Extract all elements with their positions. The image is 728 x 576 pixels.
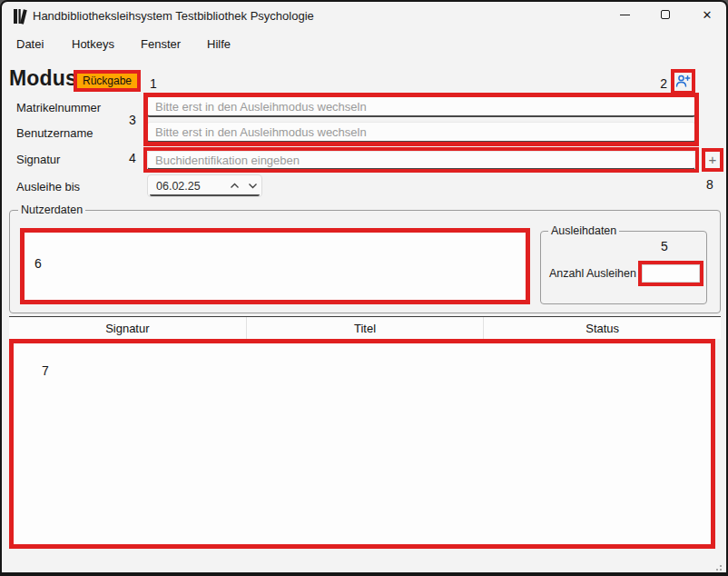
close-button[interactable]: ✕ — [694, 5, 720, 25]
app-books-icon — [13, 8, 30, 28]
menu-hotkeys[interactable]: Hotkeys — [72, 36, 114, 52]
anzahl-ausleihen-field[interactable] — [642, 264, 700, 283]
annotation-box-8: + — [702, 148, 723, 172]
label-ausleihe-bis: Ausleihe bis — [16, 180, 80, 194]
maximize-button[interactable] — [653, 5, 678, 25]
table-header: Signatur Titel Status — [9, 317, 721, 339]
ausleihdaten-groupbox-title: Ausleihdaten — [548, 224, 619, 237]
label-matrikelnummer: Matrikelnummer — [16, 101, 101, 114]
matrikelnummer-input[interactable] — [147, 96, 695, 117]
label-signatur: Signatur — [16, 153, 60, 166]
menu-datei[interactable]: Datei — [16, 36, 44, 52]
mode-rueckgabe-button[interactable]: Rückgabe — [77, 74, 137, 88]
date-spin-up-button[interactable] — [225, 183, 243, 189]
annotation-number-2: 2 — [654, 76, 667, 91]
benutzername-input[interactable] — [147, 122, 695, 143]
annotation-number-8: 8 — [706, 177, 713, 192]
label-benutzername: Benutzername — [16, 126, 93, 140]
window-title: Handbibliotheksleihsystem Testbibliothek… — [33, 8, 314, 25]
annotation-number-7: 7 — [42, 363, 49, 378]
minimize-button[interactable] — [612, 5, 637, 25]
add-user-button[interactable] — [675, 74, 691, 91]
resize-grip-icon[interactable] — [711, 562, 723, 576]
column-header-signatur[interactable]: Signatur — [9, 317, 247, 339]
maximize-icon — [661, 10, 670, 19]
annotation-number-5: 5 — [661, 239, 668, 253]
page-title-modus: Modus — [9, 66, 77, 91]
add-signature-button[interactable]: + — [705, 152, 720, 168]
menu-hilfe[interactable]: Hilfe — [207, 36, 231, 52]
nutzerdaten-groupbox-title: Nutzerdaten — [18, 204, 85, 216]
app-window: Handbibliotheksleihsystem Testbibliothek… — [0, 0, 728, 576]
column-header-titel[interactable]: Titel — [247, 317, 485, 339]
annotation-number-3: 3 — [129, 113, 136, 127]
annotation-number-1: 1 — [150, 76, 157, 91]
close-icon: ✕ — [703, 8, 713, 22]
annotation-box-2 — [671, 69, 695, 94]
signatur-input[interactable] — [147, 151, 695, 170]
column-header-status[interactable]: Status — [484, 317, 721, 339]
annotation-number-4: 4 — [129, 151, 136, 165]
minimize-icon — [620, 15, 630, 15]
person-add-icon — [675, 74, 691, 91]
chevron-up-icon — [230, 183, 240, 189]
annotation-box-6-nutzerdaten-area — [20, 228, 530, 304]
annotation-box-1: Rückgabe — [74, 70, 141, 92]
annotation-box-7-table-body[interactable] — [9, 339, 715, 549]
date-value: 06.02.25 — [148, 180, 225, 193]
menu-fenster[interactable]: Fenster — [141, 36, 181, 52]
annotation-number-6: 6 — [34, 256, 42, 271]
label-anzahl-ausleihen: Anzahl Ausleihen — [549, 267, 636, 280]
ausleihe-bis-date-picker[interactable]: 06.02.25 — [147, 174, 262, 197]
date-spin-down-button[interactable] — [243, 183, 261, 189]
chevron-down-icon — [248, 183, 258, 189]
annotation-box-5 — [638, 261, 703, 286]
